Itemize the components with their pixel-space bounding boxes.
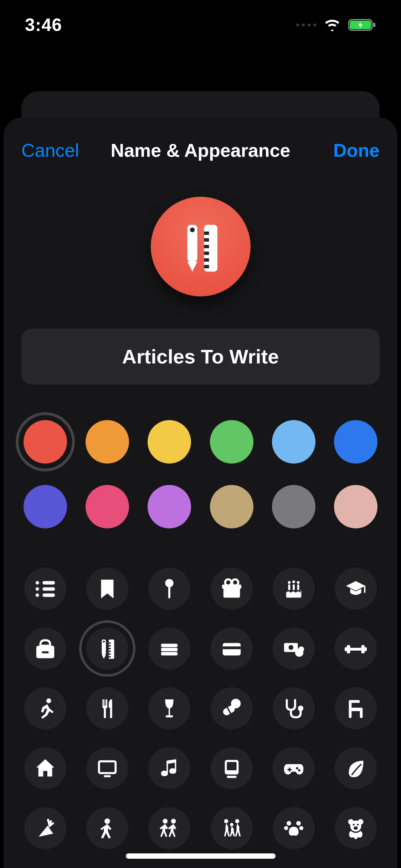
icon-swatch-pencil-ruler-icon[interactable] bbox=[86, 627, 128, 670]
icon-swatch-wallet-icon[interactable] bbox=[148, 627, 190, 670]
icon-swatch-chair-icon[interactable] bbox=[335, 687, 377, 729]
icon-swatch-stethoscope-icon[interactable] bbox=[273, 687, 315, 729]
icon-swatch-running-icon[interactable] bbox=[24, 687, 66, 729]
icon-swatch-bookmark-icon[interactable] bbox=[86, 568, 128, 610]
color-picker-section bbox=[4, 413, 397, 546]
icon-swatch-tv-icon[interactable] bbox=[86, 747, 128, 789]
color-swatch-green[interactable] bbox=[210, 420, 253, 464]
icon-swatch-computer-icon[interactable] bbox=[211, 747, 253, 789]
icon-swatch-wine-glass-icon[interactable] bbox=[148, 687, 190, 729]
icon-swatch-utensils-icon[interactable] bbox=[86, 687, 128, 729]
cell-signal-icon bbox=[296, 24, 316, 26]
icon-swatch-list-icon[interactable] bbox=[24, 568, 66, 610]
icon-swatch-family-icon[interactable] bbox=[211, 807, 253, 849]
color-swatch-purple[interactable] bbox=[148, 485, 191, 528]
color-swatch-tan[interactable] bbox=[210, 485, 253, 528]
icon-swatch-paw-icon[interactable] bbox=[273, 807, 315, 849]
icon-swatch-money-icon[interactable] bbox=[273, 627, 315, 670]
icon-swatch-leaf-icon[interactable] bbox=[335, 747, 377, 789]
list-name-input[interactable] bbox=[21, 329, 380, 384]
wifi-icon bbox=[324, 19, 340, 31]
icon-swatch-house-icon[interactable] bbox=[24, 747, 66, 789]
svg-rect-81 bbox=[373, 23, 375, 27]
preview-area bbox=[4, 175, 397, 318]
sheet-title: Name & Appearance bbox=[93, 140, 308, 161]
list-icon-preview bbox=[151, 197, 251, 296]
icon-swatch-graduation-icon[interactable] bbox=[335, 568, 377, 610]
icon-grid bbox=[21, 568, 380, 849]
icon-swatch-credit-card-icon[interactable] bbox=[211, 627, 253, 670]
sheet-header: Cancel Name & Appearance Done bbox=[4, 132, 397, 175]
color-swatch-orange[interactable] bbox=[86, 420, 129, 464]
icon-swatch-teddy-bear-icon[interactable] bbox=[335, 807, 377, 849]
icon-picker-section bbox=[4, 546, 397, 867]
icon-swatch-people-pair-icon[interactable] bbox=[148, 807, 190, 849]
status-time: 3:46 bbox=[25, 15, 62, 35]
name-field-wrap bbox=[4, 318, 397, 413]
color-swatch-yellow[interactable] bbox=[148, 420, 191, 464]
icon-swatch-music-note-icon[interactable] bbox=[148, 747, 190, 789]
icon-swatch-backpack-icon[interactable] bbox=[24, 627, 66, 670]
home-indicator[interactable] bbox=[126, 853, 276, 859]
color-swatch-blue[interactable] bbox=[334, 420, 377, 464]
color-swatch-indigo[interactable] bbox=[24, 485, 67, 528]
name-appearance-sheet: Cancel Name & Appearance Done bbox=[4, 118, 397, 868]
color-grid bbox=[21, 420, 380, 528]
icon-swatch-pills-icon[interactable] bbox=[211, 687, 253, 729]
battery-charging-icon bbox=[348, 19, 376, 31]
status-icons bbox=[296, 19, 376, 31]
icon-swatch-carrot-icon[interactable] bbox=[24, 807, 66, 849]
color-swatch-blush[interactable] bbox=[334, 485, 377, 528]
icon-swatch-game-controller-icon[interactable] bbox=[273, 747, 315, 789]
color-swatch-gray[interactable] bbox=[272, 485, 315, 528]
color-swatch-lightblue[interactable] bbox=[272, 420, 315, 464]
done-button[interactable]: Done bbox=[308, 140, 380, 161]
cancel-button[interactable]: Cancel bbox=[21, 140, 93, 161]
color-swatch-pink[interactable] bbox=[86, 485, 129, 528]
icon-swatch-gift-icon[interactable] bbox=[211, 568, 253, 610]
color-swatch-red[interactable] bbox=[24, 420, 67, 464]
icon-swatch-cake-icon[interactable] bbox=[273, 568, 315, 610]
icon-swatch-pin-icon[interactable] bbox=[148, 568, 190, 610]
status-bar: 3:46 bbox=[0, 0, 401, 50]
icon-swatch-dumbbell-icon[interactable] bbox=[335, 627, 377, 670]
icon-swatch-person-icon[interactable] bbox=[86, 807, 128, 849]
